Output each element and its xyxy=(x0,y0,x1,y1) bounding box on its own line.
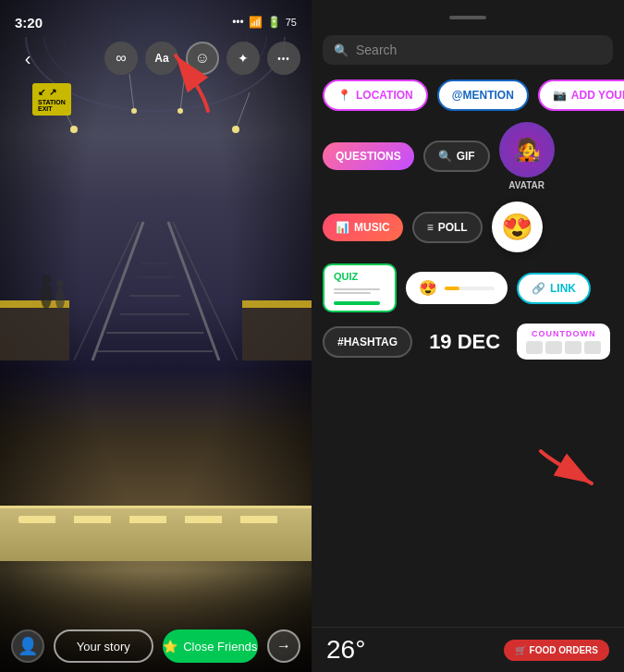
avatar-label: AVATAR xyxy=(508,180,544,190)
location-sticker[interactable]: 📍 LOCATION xyxy=(323,79,428,111)
svg-point-10 xyxy=(232,126,239,133)
left-panel: ↙↗ STATION EXIT 3:20 ••• 📶 🔋 75 ‹ ∞ Aa ☺ xyxy=(0,0,312,672)
search-placeholder: Search xyxy=(356,43,397,57)
addyours-label: ADD YOURS xyxy=(571,89,624,102)
addyours-sticker[interactable]: 📷 ADD YOURS xyxy=(538,79,624,111)
countdown-boxes xyxy=(526,341,601,354)
back-button[interactable]: ‹ xyxy=(11,42,44,75)
drag-handle xyxy=(449,16,486,19)
close-friends-label: Close Friends xyxy=(183,640,257,654)
stickers-grid: 📍 LOCATION @MENTION 📷 ADD YOURS QUESTION… xyxy=(312,72,624,627)
platform-stripe xyxy=(18,516,293,523)
gif-sticker[interactable]: 🔍 GIF xyxy=(423,141,490,172)
arrow-annotation xyxy=(171,46,226,124)
poll-label: POLL xyxy=(438,221,468,234)
sticker-row-2: QUESTIONS 🔍 GIF 🧑‍🎤 AVATAR xyxy=(323,122,613,190)
food-orders-label: FOOD ORDERS xyxy=(530,645,598,655)
user-avatar[interactable]: 👤 xyxy=(11,629,44,663)
right-panel: 🔍 Search 📍 LOCATION @MENTION 📷 ADD YOURS… xyxy=(312,0,624,672)
link-sticker[interactable]: 🔗 LINK xyxy=(517,273,591,304)
music-bars-icon: 📊 xyxy=(336,221,349,234)
red-arrow-svg xyxy=(171,46,226,120)
close-friends-button[interactable]: ⭐ Close Friends xyxy=(163,629,259,663)
location-label: LOCATION xyxy=(356,89,413,102)
slider-emoji-icon: 😍 xyxy=(419,279,437,297)
emoji-reaction-icon: 😍 xyxy=(501,212,533,242)
svg-line-9 xyxy=(236,92,250,129)
music-sticker[interactable]: 📊 MUSIC xyxy=(323,214,403,241)
countdown-label: COUNTDOWN xyxy=(526,329,601,338)
questions-sticker[interactable]: QUESTIONS xyxy=(323,142,414,170)
countdown-box-4 xyxy=(584,341,601,354)
metro-sign: ↙↗ STATION EXIT xyxy=(32,83,71,116)
questions-label: QUESTIONS xyxy=(336,150,401,163)
countdown-sticker[interactable]: COUNTDOWN xyxy=(517,324,610,360)
text-icon: Aa xyxy=(154,52,168,65)
effects-icon: ✦ xyxy=(238,51,249,66)
slider-track xyxy=(445,287,495,290)
wifi-icon: 📶 xyxy=(249,16,263,29)
poll-icon: ≡ xyxy=(427,221,434,234)
your-story-button[interactable]: Your story xyxy=(54,629,153,663)
svg-rect-21 xyxy=(0,305,69,360)
quiz-lines xyxy=(334,288,380,294)
slider-fill xyxy=(445,287,459,290)
svg-line-14 xyxy=(173,222,238,360)
effects-button[interactable]: ✦ xyxy=(226,42,260,75)
next-button[interactable]: → xyxy=(267,629,300,663)
emoji-slider-sticker[interactable]: 😍 xyxy=(406,272,508,304)
countdown-box-3 xyxy=(565,341,581,354)
status-icons: ••• 📶 🔋 75 xyxy=(232,16,297,29)
mention-label: @MENTION xyxy=(452,89,514,102)
date-label: 19 DEC xyxy=(429,330,500,353)
signal-icon: ••• xyxy=(232,16,244,29)
right-red-arrow xyxy=(532,442,606,497)
hashtag-label: #HASHTAG xyxy=(337,336,398,348)
svg-line-13 xyxy=(74,222,139,360)
infinity-button[interactable]: ∞ xyxy=(104,42,138,75)
status-time: 3:20 xyxy=(15,15,43,31)
svg-line-12 xyxy=(168,222,219,360)
location-icon: 📍 xyxy=(337,89,351,102)
status-bar: 3:20 ••• 📶 🔋 75 xyxy=(0,0,312,37)
avatar-sticker[interactable]: 🧑‍🎤 xyxy=(499,122,555,177)
bottom-row: 👤 Your story ⭐ Close Friends → xyxy=(0,629,312,663)
quiz-label: QUIZ xyxy=(334,271,358,282)
emoji-reaction-sticker[interactable]: 😍 xyxy=(492,202,543,252)
hashtag-sticker[interactable]: #HASHTAG xyxy=(323,326,412,358)
temperature-text: 26° xyxy=(326,635,365,665)
bottom-peek: 26° 🛒 FOOD ORDERS xyxy=(312,627,624,672)
svg-point-27 xyxy=(55,287,65,310)
more-button[interactable]: ••• xyxy=(267,42,300,75)
sticker-row-4: QUIZ 😍 🔗 LINK xyxy=(323,263,613,312)
search-bar[interactable]: 🔍 Search xyxy=(323,35,613,65)
svg-point-6 xyxy=(131,108,137,114)
quiz-sticker[interactable]: QUIZ xyxy=(323,263,397,312)
right-arrow-annotation xyxy=(532,442,606,501)
mention-sticker[interactable]: @MENTION xyxy=(437,79,529,111)
svg-line-5 xyxy=(129,74,134,111)
poll-sticker[interactable]: ≡ POLL xyxy=(412,212,483,243)
sticker-row-3: 📊 MUSIC ≡ POLL 😍 xyxy=(323,202,613,252)
gif-search-icon: 🔍 xyxy=(438,150,452,163)
sheet-header xyxy=(312,0,624,28)
top-toolbar: ‹ ∞ Aa ☺ ✦ ••• xyxy=(0,42,312,75)
platform-floor xyxy=(0,506,312,561)
quiz-line-2 xyxy=(334,292,371,294)
link-icon: 🔗 xyxy=(532,282,545,295)
close-friends-icon: ⭐ xyxy=(163,640,177,654)
camera-icon: 📷 xyxy=(553,89,567,102)
date-sticker[interactable]: 19 DEC xyxy=(422,326,508,358)
avatar-sticker-container: 🧑‍🎤 AVATAR xyxy=(499,122,555,190)
battery-icon: 🔋 xyxy=(267,16,281,29)
food-orders-sticker[interactable]: 🛒 FOOD ORDERS xyxy=(504,640,609,661)
link-label: LINK xyxy=(550,282,576,295)
search-icon: 🔍 xyxy=(334,43,349,57)
svg-line-11 xyxy=(92,222,143,360)
infinity-icon: ∞ xyxy=(116,50,126,67)
countdown-box-2 xyxy=(545,341,562,354)
svg-rect-24 xyxy=(242,300,312,308)
food-orders-icon: 🛒 xyxy=(515,645,526,655)
svg-rect-22 xyxy=(242,305,312,360)
gif-label: GIF xyxy=(457,150,475,163)
